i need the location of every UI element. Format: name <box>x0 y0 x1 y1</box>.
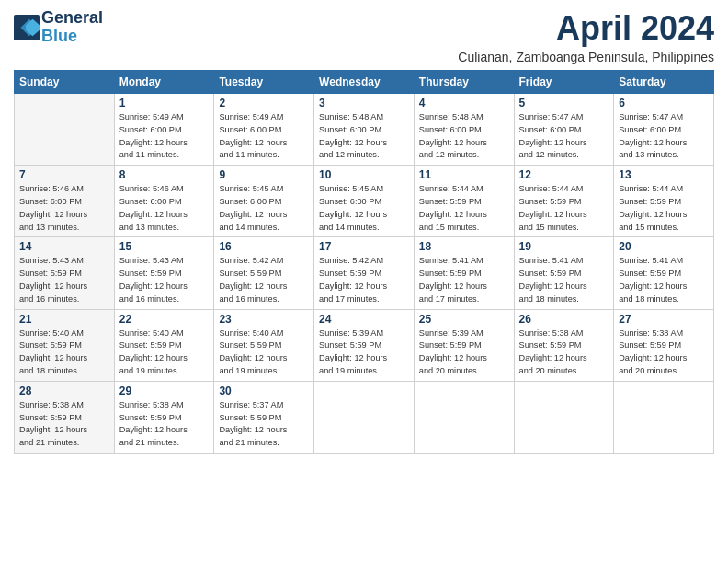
col-friday: Friday <box>514 71 614 94</box>
title-block: April 2024 Culianan, Zamboanga Peninsula… <box>458 9 714 64</box>
subtitle: Culianan, Zamboanga Peninsula, Philippin… <box>458 50 714 64</box>
day-info: Sunrise: 5:45 AMSunset: 6:00 PMDaylight:… <box>219 183 309 234</box>
day-number: 22 <box>119 313 210 326</box>
calendar-cell: 14Sunrise: 5:43 AMSunset: 5:59 PMDayligh… <box>15 237 115 309</box>
day-number: 14 <box>19 240 109 253</box>
calendar-week-2: 7Sunrise: 5:46 AMSunset: 6:00 PMDaylight… <box>15 166 714 237</box>
calendar-cell: 18Sunrise: 5:41 AMSunset: 5:59 PMDayligh… <box>414 237 514 309</box>
calendar-cell: 5Sunrise: 5:47 AMSunset: 6:00 PMDaylight… <box>514 94 614 166</box>
col-sunday: Sunday <box>15 71 115 94</box>
calendar-cell: 11Sunrise: 5:44 AMSunset: 5:59 PMDayligh… <box>414 166 514 237</box>
calendar-cell: 10Sunrise: 5:45 AMSunset: 6:00 PMDayligh… <box>314 166 415 237</box>
day-info: Sunrise: 5:41 AMSunset: 5:59 PMDaylight:… <box>619 255 709 305</box>
day-info: Sunrise: 5:44 AMSunset: 5:59 PMDaylight:… <box>619 183 709 234</box>
calendar-cell: 26Sunrise: 5:38 AMSunset: 5:59 PMDayligh… <box>514 309 614 381</box>
day-number: 8 <box>119 168 210 181</box>
day-info: Sunrise: 5:42 AMSunset: 5:59 PMDaylight:… <box>319 255 409 305</box>
calendar-cell: 7Sunrise: 5:46 AMSunset: 6:00 PMDaylight… <box>15 166 115 237</box>
day-number: 4 <box>419 97 509 109</box>
calendar-cell: 22Sunrise: 5:40 AMSunset: 5:59 PMDayligh… <box>114 309 214 381</box>
day-info: Sunrise: 5:46 AMSunset: 6:00 PMDaylight:… <box>19 183 109 234</box>
day-number: 20 <box>619 240 709 253</box>
day-number: 17 <box>319 240 409 253</box>
day-info: Sunrise: 5:45 AMSunset: 6:00 PMDaylight:… <box>319 183 409 234</box>
day-number: 5 <box>519 97 609 109</box>
calendar-cell: 4Sunrise: 5:48 AMSunset: 6:00 PMDaylight… <box>414 94 514 166</box>
calendar-week-5: 28Sunrise: 5:38 AMSunset: 5:59 PMDayligh… <box>15 381 714 453</box>
day-number: 26 <box>519 313 609 326</box>
calendar-cell: 19Sunrise: 5:41 AMSunset: 5:59 PMDayligh… <box>514 237 614 309</box>
day-info: Sunrise: 5:39 AMSunset: 5:59 PMDaylight:… <box>319 327 409 378</box>
calendar-cell <box>614 381 714 453</box>
day-info: Sunrise: 5:41 AMSunset: 5:59 PMDaylight:… <box>419 255 509 305</box>
day-info: Sunrise: 5:38 AMSunset: 5:59 PMDaylight:… <box>119 399 210 450</box>
day-number: 30 <box>219 385 309 397</box>
calendar-cell: 29Sunrise: 5:38 AMSunset: 5:59 PMDayligh… <box>114 381 214 453</box>
calendar-cell <box>15 94 115 166</box>
day-info: Sunrise: 5:48 AMSunset: 6:00 PMDaylight:… <box>419 111 509 162</box>
calendar-cell <box>414 381 514 453</box>
day-number: 11 <box>419 168 509 181</box>
day-info: Sunrise: 5:44 AMSunset: 5:59 PMDaylight:… <box>419 183 509 234</box>
day-info: Sunrise: 5:48 AMSunset: 6:00 PMDaylight:… <box>319 111 409 162</box>
day-number: 6 <box>619 97 709 109</box>
day-info: Sunrise: 5:49 AMSunset: 6:00 PMDaylight:… <box>219 111 309 162</box>
day-number: 27 <box>619 313 709 326</box>
day-info: Sunrise: 5:42 AMSunset: 5:59 PMDaylight:… <box>219 255 309 305</box>
calendar-week-3: 14Sunrise: 5:43 AMSunset: 5:59 PMDayligh… <box>15 237 714 309</box>
calendar-cell: 1Sunrise: 5:49 AMSunset: 6:00 PMDaylight… <box>114 94 214 166</box>
day-number: 10 <box>319 168 409 181</box>
calendar-cell: 12Sunrise: 5:44 AMSunset: 5:59 PMDayligh… <box>514 166 614 237</box>
day-info: Sunrise: 5:40 AMSunset: 5:59 PMDaylight:… <box>219 327 309 378</box>
calendar-cell: 23Sunrise: 5:40 AMSunset: 5:59 PMDayligh… <box>214 309 314 381</box>
calendar-cell: 25Sunrise: 5:39 AMSunset: 5:59 PMDayligh… <box>414 309 514 381</box>
day-number: 3 <box>319 97 409 109</box>
day-number: 16 <box>219 240 309 253</box>
day-number: 15 <box>119 240 210 253</box>
calendar-week-4: 21Sunrise: 5:40 AMSunset: 5:59 PMDayligh… <box>15 309 714 381</box>
calendar-week-1: 1Sunrise: 5:49 AMSunset: 6:00 PMDaylight… <box>15 94 714 166</box>
day-number: 21 <box>19 313 109 326</box>
day-info: Sunrise: 5:47 AMSunset: 6:00 PMDaylight:… <box>519 111 609 162</box>
calendar-cell: 24Sunrise: 5:39 AMSunset: 5:59 PMDayligh… <box>314 309 415 381</box>
calendar-cell <box>514 381 614 453</box>
calendar-cell: 3Sunrise: 5:48 AMSunset: 6:00 PMDaylight… <box>314 94 415 166</box>
day-number: 1 <box>119 97 210 109</box>
day-number: 28 <box>19 385 109 397</box>
calendar-cell: 8Sunrise: 5:46 AMSunset: 6:00 PMDaylight… <box>114 166 214 237</box>
day-info: Sunrise: 5:44 AMSunset: 5:59 PMDaylight:… <box>519 183 609 234</box>
col-monday: Monday <box>114 71 214 94</box>
day-number: 18 <box>419 240 509 253</box>
header: General Blue April 2024 Culianan, Zamboa… <box>14 9 714 64</box>
calendar-cell: 9Sunrise: 5:45 AMSunset: 6:00 PMDaylight… <box>214 166 314 237</box>
day-number: 25 <box>419 313 509 326</box>
day-info: Sunrise: 5:41 AMSunset: 5:59 PMDaylight:… <box>519 255 609 305</box>
day-info: Sunrise: 5:38 AMSunset: 5:59 PMDaylight:… <box>519 327 609 378</box>
page: General Blue April 2024 Culianan, Zamboa… <box>0 0 728 563</box>
day-info: Sunrise: 5:37 AMSunset: 5:59 PMDaylight:… <box>219 399 309 450</box>
day-info: Sunrise: 5:47 AMSunset: 6:00 PMDaylight:… <box>619 111 709 162</box>
logo-icon <box>14 15 40 40</box>
day-number: 2 <box>219 97 309 109</box>
day-number: 12 <box>519 168 609 181</box>
col-wednesday: Wednesday <box>314 71 415 94</box>
col-thursday: Thursday <box>414 71 514 94</box>
col-saturday: Saturday <box>614 71 714 94</box>
calendar-cell: 21Sunrise: 5:40 AMSunset: 5:59 PMDayligh… <box>15 309 115 381</box>
calendar-cell: 17Sunrise: 5:42 AMSunset: 5:59 PMDayligh… <box>314 237 415 309</box>
calendar-cell: 15Sunrise: 5:43 AMSunset: 5:59 PMDayligh… <box>114 237 214 309</box>
day-number: 23 <box>219 313 309 326</box>
day-number: 29 <box>119 385 210 397</box>
col-tuesday: Tuesday <box>214 71 314 94</box>
calendar-cell: 28Sunrise: 5:38 AMSunset: 5:59 PMDayligh… <box>15 381 115 453</box>
calendar-cell: 27Sunrise: 5:38 AMSunset: 5:59 PMDayligh… <box>614 309 714 381</box>
day-info: Sunrise: 5:40 AMSunset: 5:59 PMDaylight:… <box>119 327 210 378</box>
calendar-cell: 30Sunrise: 5:37 AMSunset: 5:59 PMDayligh… <box>214 381 314 453</box>
day-number: 9 <box>219 168 309 181</box>
calendar-cell <box>314 381 415 453</box>
day-info: Sunrise: 5:43 AMSunset: 5:59 PMDaylight:… <box>19 255 109 305</box>
day-number: 7 <box>19 168 109 181</box>
calendar-cell: 16Sunrise: 5:42 AMSunset: 5:59 PMDayligh… <box>214 237 314 309</box>
day-number: 19 <box>519 240 609 253</box>
day-info: Sunrise: 5:38 AMSunset: 5:59 PMDaylight:… <box>619 327 709 378</box>
